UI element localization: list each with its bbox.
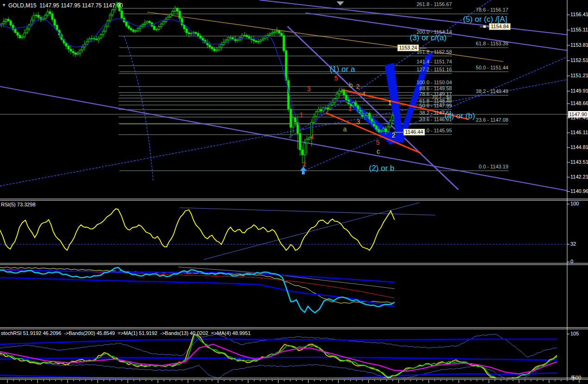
candle-body (112, 10, 113, 15)
candle-body (183, 25, 185, 29)
candle-body (149, 21, 150, 23)
candle-body (91, 38, 93, 39)
candle-body (301, 150, 303, 155)
candle-body (44, 15, 46, 19)
charts-canvas[interactable] (0, 0, 588, 384)
main-chart-pane[interactable] (0, 0, 567, 191)
selection-handle[interactable] (483, 25, 486, 28)
candle-body (26, 29, 28, 33)
candle-body (68, 46, 69, 50)
rsi-pane[interactable] (0, 203, 567, 260)
candle-body (260, 40, 262, 41)
candle-body (81, 47, 83, 50)
candle-body (98, 38, 100, 40)
candle-body (220, 44, 222, 47)
bands-pane-line (0, 278, 394, 307)
candle-body (167, 17, 169, 19)
candle-body (197, 33, 199, 36)
candle-body (88, 39, 90, 42)
candle-body (114, 5, 116, 10)
candle-body (209, 45, 211, 47)
candle-body (308, 137, 310, 139)
gray-down-triangle-marker (337, 1, 344, 6)
candle-body (119, 3, 120, 11)
candle-body (19, 35, 21, 38)
candle-body (33, 16, 35, 20)
stochrsi-pane[interactable] (0, 334, 557, 381)
candle-body (380, 131, 382, 132)
purple-trendline (288, 26, 458, 190)
candle-body (21, 37, 23, 38)
candle-body (355, 103, 357, 106)
candle-body (232, 37, 234, 39)
candle-body (336, 94, 338, 99)
candle-body (160, 24, 162, 27)
candle-body (195, 32, 197, 33)
candle-body (375, 126, 377, 129)
candle-body (230, 37, 231, 38)
bands-pane-line (178, 267, 394, 289)
candle-body (262, 38, 264, 40)
candle-body (290, 109, 292, 128)
candle-body (47, 12, 49, 15)
candle-body (105, 26, 106, 31)
candle-body (100, 35, 102, 38)
candle-body (5, 19, 7, 22)
candle-body (257, 42, 259, 42)
candle-body (385, 129, 387, 131)
candle-body (190, 33, 192, 34)
axes-frame (0, 0, 588, 383)
candle-body (274, 32, 275, 33)
candle-body (75, 53, 76, 54)
candle-body (281, 33, 282, 36)
candle-body (169, 14, 171, 17)
candle-body (49, 12, 51, 13)
candle-body (102, 31, 104, 34)
candle-body (176, 8, 178, 12)
candle-body (253, 40, 255, 41)
candle-body (125, 22, 127, 26)
candle-body (202, 38, 204, 40)
candle-body (332, 102, 333, 105)
purple-trendline (306, 13, 567, 50)
candle-body (271, 33, 273, 34)
bands-pane-line (0, 267, 394, 313)
mt4-terminal-window: ▼ GOLD,M15 1147.95 1147.95 1147.75 1147.… (0, 0, 588, 384)
candle-body (338, 91, 340, 94)
candle-body (288, 81, 289, 109)
candle-body (35, 15, 37, 16)
candle-body (128, 26, 130, 28)
buy-arrow-marker (300, 167, 307, 174)
candle-body (14, 29, 16, 32)
candle-body (318, 109, 319, 111)
candle-body (79, 50, 81, 53)
candle-body (188, 33, 190, 34)
candle-body (292, 118, 294, 127)
candle-body (3, 22, 5, 24)
dashed-trendline (305, 57, 567, 170)
stochrsi-line (0, 339, 557, 344)
purple-trendline (259, 0, 567, 35)
candle-body (179, 11, 181, 19)
candle-body (65, 43, 67, 46)
candle-body (174, 8, 176, 12)
purple-trendline (0, 87, 567, 191)
candle-body (121, 11, 123, 18)
bands-pane[interactable] (0, 267, 394, 313)
candle-body (135, 31, 137, 31)
candle-body (329, 105, 331, 109)
candle-body (278, 31, 280, 33)
candle-body (327, 108, 329, 109)
candle-body (382, 129, 384, 130)
candle-body (343, 91, 345, 95)
candle-body (163, 22, 164, 24)
stochrsi-line (0, 357, 557, 360)
bands-pane-line (0, 269, 394, 298)
candle-body (299, 134, 301, 150)
candle-body (158, 27, 160, 30)
candle-body (24, 33, 25, 37)
candle-body (345, 95, 347, 100)
candle-body (225, 40, 227, 42)
candle-body (218, 47, 220, 50)
stochrsi-line (0, 334, 557, 357)
